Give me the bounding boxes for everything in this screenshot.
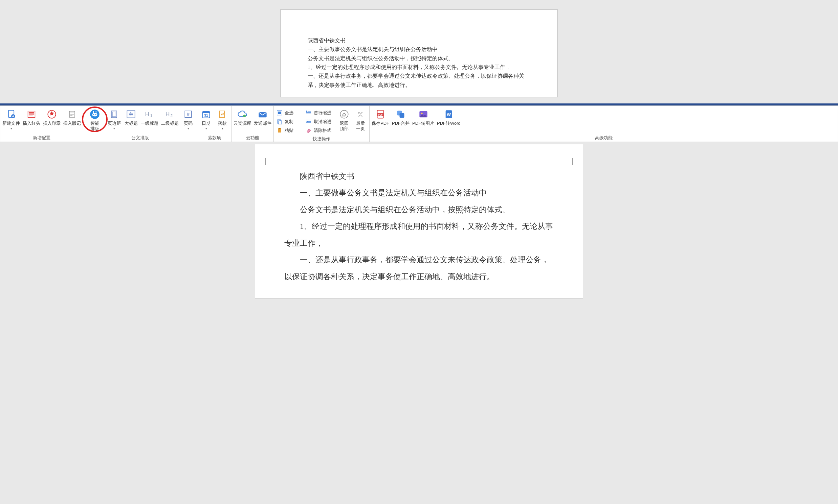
group-label: 落款项 (198, 134, 230, 142)
svg-rect-34 (259, 112, 267, 117)
heading-main-icon: 主 (126, 109, 136, 119)
margin-corner (565, 158, 572, 165)
cloud-resources-button[interactable]: 云资源库 (232, 108, 253, 127)
select-all-button[interactable]: 全选 (276, 109, 302, 116)
btn-label: 保存PDF (372, 121, 389, 126)
paste-button[interactable]: 粘贴 (276, 127, 302, 134)
doc-paragraph: 一、还是从事行政事务，都要学会通过公文来传达政令政策、处理公务，以保证协调各种关… (284, 252, 554, 285)
svg-point-56 (421, 112, 423, 114)
btn-label: 一级标题 (141, 121, 158, 126)
cancel-indent-button[interactable]: 取消缩进 (306, 118, 334, 125)
group-advanced: PDF 保存PDF PDF合并 PDF转图片 W PDF转Wo (370, 106, 838, 142)
indent-icon (306, 110, 312, 116)
svg-text:TOP: TOP (342, 115, 346, 117)
dropdown-arrow-icon: ▾ (205, 127, 207, 130)
seal-stamp-icon (47, 109, 57, 119)
btn-label: 粘贴 (285, 127, 293, 133)
group-label: 高级功能 (370, 134, 837, 142)
copy-icon (276, 119, 283, 125)
dropdown-arrow-icon: ▾ (114, 127, 115, 130)
group-layout: 智能 排版 页边距 ▾ 主 大标题 H1 一级标题 (83, 106, 197, 142)
h1-button[interactable]: H1 一级标题 (139, 108, 160, 127)
margin-corner (296, 27, 303, 34)
big-title-button[interactable]: 主 大标题 (122, 108, 139, 127)
insert-seal-button[interactable]: 插入印章 (41, 108, 62, 127)
doc-line: 公务文书是法定机关与组织在公务活动中，按照特定的体式、 (308, 54, 530, 63)
copy-button[interactable]: 复制 (276, 118, 302, 125)
group-label: 公文排版 (84, 134, 196, 142)
new-file-button[interactable]: 新建文件 ▾ (1, 108, 21, 131)
svg-text:1: 1 (150, 113, 152, 118)
btn-label: PDF转图片 (412, 121, 434, 126)
clear-format-button[interactable]: 清除格式 (306, 127, 334, 134)
btn-label: 智能 排版 (90, 121, 99, 132)
quick-col1: 全选 复制 粘贴 (274, 108, 304, 135)
document-page-after: 陕西省中铁文书 一、主要做事公务文书是法定机关与组织在公务活动中 公务文书是法定… (255, 144, 583, 299)
btn-label: 落款 (218, 121, 227, 126)
btn-label: 返回 顶部 (340, 121, 348, 132)
svg-rect-36 (278, 111, 281, 114)
btn-label: 最后 一页 (356, 121, 365, 132)
robot-icon (90, 109, 100, 119)
btn-label: 二级标题 (161, 121, 179, 126)
document-page-before: 陕西省中铁文书 一、主要做事公务文书是法定机关与组织在公务活动中 公务文书是法定… (280, 10, 558, 97)
top-icon: TOP (339, 109, 349, 119)
svg-text:H: H (145, 111, 150, 118)
svg-point-14 (96, 114, 97, 115)
svg-rect-54 (400, 113, 405, 118)
margin-corner (266, 158, 273, 165)
group-cloud: 云资源库 发送邮件 云功能 (232, 106, 274, 142)
btn-label: 日期 (202, 121, 210, 126)
merge-icon (396, 109, 406, 119)
doc-paragraph: 一、主要做事公务文书是法定机关与组织在公务活动中 (284, 184, 554, 201)
h2-button[interactable]: H2 二级标题 (160, 108, 180, 127)
merge-pdf-button[interactable]: PDF合并 (391, 108, 411, 127)
last-page-button[interactable]: TOP 最后 一页 (352, 108, 369, 132)
btn-label: 插入版记 (63, 121, 81, 126)
group-label: 快捷操作 (274, 135, 369, 143)
word-icon: W (444, 109, 454, 119)
btn-label: 全选 (285, 110, 293, 116)
file-plus-icon (6, 109, 16, 119)
doc-line: 一、主要做事公务文书是法定机关与组织在公务活动中 (308, 45, 530, 54)
first-indent-button[interactable]: 首行缩进 (306, 109, 334, 116)
page-number-icon: # (183, 109, 193, 119)
dropdown-arrow-icon: ▾ (222, 127, 223, 130)
btn-label: 页边距 (108, 121, 121, 126)
document-body-after: 陕西省中铁文书 一、主要做事公务文书是法定机关与组织在公务活动中 公务文书是法定… (275, 168, 563, 285)
red-header-icon (27, 109, 37, 119)
page-number-button[interactable]: # 页码 ▾ (180, 108, 196, 131)
insert-version-button[interactable]: 插入版记 (62, 108, 82, 127)
dropdown-arrow-icon: ▾ (188, 127, 189, 130)
btn-label: 大标题 (124, 121, 138, 126)
h2-icon: H2 (165, 109, 175, 119)
group-signoff: 31 日期 ▾ 落款 ▾ 落款项 (197, 106, 232, 142)
top-text-icon: TOP (355, 109, 365, 119)
pdf-to-word-button[interactable]: W PDF转Word (435, 108, 462, 127)
btn-label: 新建文件 (2, 121, 20, 126)
send-mail-button[interactable]: 发送邮件 (253, 108, 273, 127)
doc-paragraph: 公务文书是法定机关与组织在公务活动中，按照特定的体式、 (284, 201, 554, 218)
pdf-icon: PDF (375, 109, 386, 119)
svg-text:主: 主 (128, 111, 133, 117)
back-to-top-button[interactable]: TOP 返回 顶部 (336, 108, 352, 132)
group-new-config: 新建文件 ▾ 插入红头 插入印章 插入版记 新 (0, 106, 83, 142)
date-button[interactable]: 31 日期 ▾ (198, 108, 214, 131)
insert-redhead-button[interactable]: 插入红头 (21, 108, 41, 127)
page-margin-button[interactable]: 页边距 ▾ (106, 108, 122, 131)
btn-label: 插入红头 (23, 121, 40, 126)
svg-point-17 (93, 111, 94, 112)
smart-layout-button[interactable]: 智能 排版 (84, 108, 106, 132)
btn-label: 发送邮件 (254, 121, 271, 126)
svg-text:2: 2 (171, 113, 173, 118)
pdf-to-image-button[interactable]: PDF转图片 (411, 108, 435, 127)
btn-label: 插入印章 (43, 121, 61, 126)
save-pdf-button[interactable]: PDF 保存PDF (370, 108, 391, 127)
signoff-button[interactable]: 落款 ▾ (214, 108, 230, 131)
svg-text:#: # (187, 111, 190, 117)
ribbon-tabstrip: 新建文件 ▾ 插入红头 插入印章 插入版记 新 (0, 104, 838, 142)
svg-text:TOP: TOP (358, 111, 363, 114)
doc-line: 一、还是从事行政事务，都要学会通过公文来传达政令政策、处理公务，以保证协调各种关… (308, 72, 530, 90)
eraser-icon (306, 127, 312, 133)
group-label: 新增配置 (1, 134, 82, 142)
